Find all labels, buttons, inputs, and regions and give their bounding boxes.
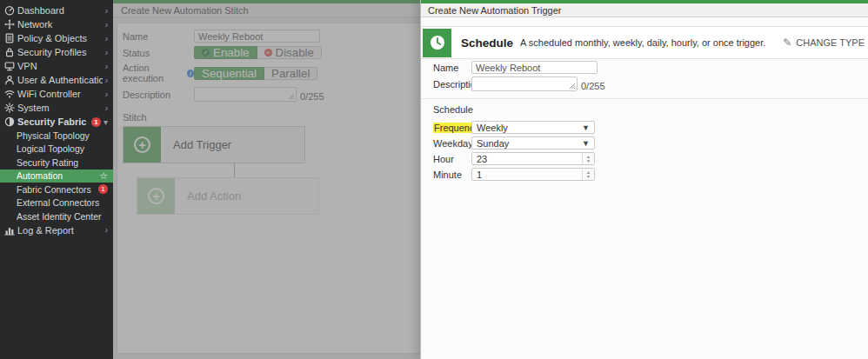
chevron-right-icon: ›	[105, 103, 108, 113]
stitch-editor-panel: Create New Automation Stitch Name Status…	[113, 0, 420, 359]
sidebar-item-label: Policy & Objects	[17, 33, 103, 43]
sidebar-item-security-fabric[interactable]: Security Fabric 1 ▾	[0, 115, 113, 129]
sidebar-item-label: Security Fabric	[17, 116, 89, 127]
weekday-select[interactable]: Sunday ▼	[471, 136, 595, 150]
trigger-form: Name Description 0/255 Schedule Frequenc…	[421, 61, 868, 183]
change-type-button[interactable]: ✎ CHANGE TYPE	[783, 37, 865, 49]
chevron-down-icon: ▾	[103, 117, 108, 127]
description-label: Description	[433, 79, 471, 90]
modal-backdrop	[113, 0, 420, 359]
char-counter: 0/255	[581, 81, 605, 91]
sidebar-nav: Dashboard › Network › Policy & Objects ›…	[0, 0, 113, 359]
sidebar-item-label: Dashboard	[17, 5, 103, 16]
section-divider	[421, 98, 868, 99]
sidebar-item-vpn[interactable]: VPN ›	[0, 59, 113, 73]
number-spinner[interactable]: ▲▼	[582, 153, 594, 164]
hour-input[interactable]: 23 ▲▼	[471, 152, 595, 165]
sidebar-item-label: Log & Report	[17, 225, 103, 236]
bar-chart-icon	[3, 225, 15, 236]
chevron-right-icon: ›	[105, 34, 108, 43]
dropdown-caret-icon: ▼	[582, 123, 594, 132]
trigger-name-input[interactable]	[471, 61, 598, 74]
sidebar-item-label: Network	[17, 19, 103, 30]
chevron-right-icon: ›	[105, 90, 108, 99]
policy-objects-icon	[3, 33, 15, 43]
sidebar-item-label: System	[17, 103, 103, 113]
sidebar-item-label: User & Authentication	[17, 75, 103, 85]
frequency-row: Frequency Weekly ▼	[421, 121, 868, 134]
chevron-right-icon: ›	[105, 20, 108, 30]
schedule-section-label: Schedule	[421, 104, 868, 115]
chevron-right-icon: ›	[105, 6, 108, 16]
wifi-icon	[3, 89, 15, 99]
trigger-type-name: Schedule	[461, 37, 513, 50]
sidebar-item-dashboard[interactable]: Dashboard ›	[0, 3, 113, 17]
chevron-right-icon: ›	[105, 76, 108, 85]
sidebar-item-security-profiles[interactable]: Security Profiles ›	[0, 45, 113, 59]
dashboard-icon	[3, 5, 15, 16]
sidebar-item-policy-objects[interactable]: Policy & Objects ›	[0, 31, 113, 45]
trigger-name-row: Name	[421, 61, 868, 74]
notification-badge: 1	[91, 117, 101, 127]
trigger-type-description: A scheduled monthly, weekly, daily, hour…	[520, 37, 765, 48]
frequency-select[interactable]: Weekly ▼	[471, 121, 595, 134]
chevron-right-icon: ›	[105, 62, 108, 71]
sidebar-item-security-rating[interactable]: Security Rating	[0, 156, 113, 170]
sidebar-item-label: WiFi Controller	[17, 89, 103, 99]
clock-icon	[429, 34, 446, 51]
sidebar-item-log-report[interactable]: Log & Report ›	[0, 223, 113, 237]
sidebar-item-label: Security Profiles	[17, 47, 103, 57]
weekday-row: Weekday Sunday ▼	[421, 136, 868, 150]
user-icon	[3, 75, 15, 85]
dropdown-caret-icon: ▼	[582, 139, 594, 148]
sidebar-item-user-authentication[interactable]: User & Authentication ›	[0, 73, 113, 87]
monitor-icon	[3, 61, 15, 71]
minute-label: Minute	[433, 170, 471, 180]
sidebar-item-logical-topology[interactable]: Logical Topology	[0, 143, 113, 156]
app-window: Dashboard › Network › Policy & Objects ›…	[0, 0, 868, 359]
sidebar-item-wifi-controller[interactable]: WiFi Controller ›	[0, 87, 113, 101]
sidebar-item-system[interactable]: System ›	[0, 101, 113, 115]
weekday-label: Weekday	[433, 138, 471, 149]
minute-row: Minute 1 ▲▼	[421, 168, 868, 181]
create-trigger-modal: Create New Automation Trigger Schedule A…	[420, 0, 868, 359]
sidebar-item-network[interactable]: Network ›	[0, 17, 113, 31]
trigger-modal-title: Create New Automation Trigger	[421, 3, 868, 17]
pencil-icon: ✎	[783, 37, 791, 49]
sidebar-item-automation[interactable]: Automation ☆	[0, 170, 113, 183]
name-label: Name	[433, 63, 471, 73]
hour-row: Hour 23 ▲▼	[421, 152, 868, 165]
trigger-type-row: Schedule A scheduled monthly, weekly, da…	[421, 26, 868, 59]
star-icon[interactable]: ☆	[99, 170, 108, 182]
chevron-right-icon: ›	[105, 225, 108, 235]
security-fabric-icon	[3, 116, 15, 127]
frequency-label: Frequency	[433, 123, 471, 133]
network-icon	[3, 19, 15, 30]
chevron-right-icon: ›	[105, 48, 108, 57]
notification-badge: 1	[98, 184, 108, 194]
sidebar-item-fabric-connectors[interactable]: Fabric Connectors 1	[0, 183, 113, 196]
trigger-description-row: Description 0/255	[421, 76, 868, 91]
minute-input[interactable]: 1 ▲▼	[471, 168, 595, 181]
hour-label: Hour	[433, 154, 471, 164]
sidebar-item-asset-identity-center[interactable]: Asset Identity Center	[0, 209, 113, 223]
sidebar-item-external-connectors[interactable]: External Connectors	[0, 196, 113, 210]
schedule-type-square	[423, 29, 451, 57]
gear-icon	[3, 103, 15, 113]
number-spinner[interactable]: ▲▼	[582, 169, 594, 180]
lock-icon	[3, 47, 15, 57]
resize-grip-icon	[569, 83, 576, 90]
sidebar-item-physical-topology[interactable]: Physical Topology	[0, 129, 113, 143]
trigger-description-textarea[interactable]	[471, 76, 578, 91]
sidebar-item-label: VPN	[17, 61, 103, 71]
